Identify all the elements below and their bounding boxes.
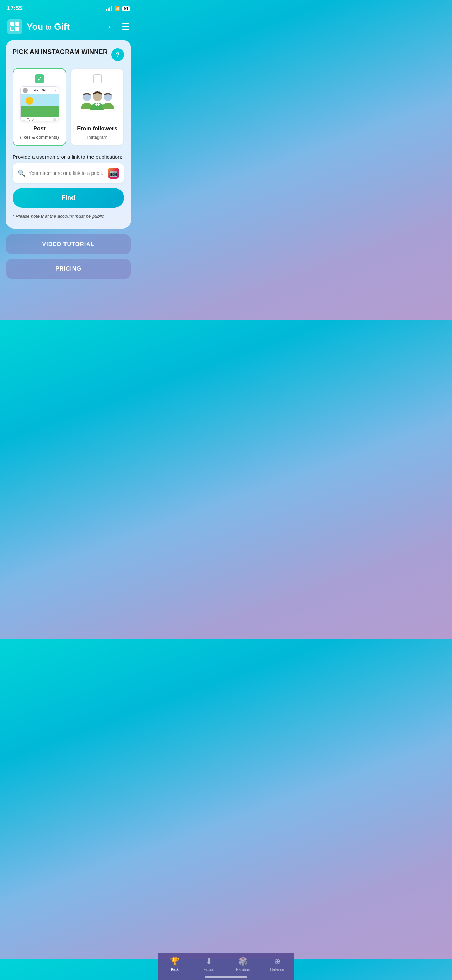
pricing-button[interactable]: PRICING [6, 259, 131, 279]
card-title: PICK AN INSTAGRAM WINNER [13, 48, 108, 56]
mock-bottom: ♡ 💬 ↗ ⬜ [21, 117, 59, 121]
card-header: PICK AN INSTAGRAM WINNER ? [13, 48, 124, 61]
mock-action-icons: ♡ 💬 ↗ [23, 118, 34, 121]
option-cards: ✓ You...Gif ··· ♡ 💬 ↗ [13, 68, 124, 146]
option-followers[interactable]: From followers Instagram [70, 68, 124, 146]
option-followers-label: From followers [77, 126, 118, 132]
checkbox-post: ✓ [35, 74, 44, 83]
post-illustration: You...Gif ··· ♡ 💬 ↗ ⬜ [20, 86, 59, 121]
mock-avatar [23, 88, 28, 93]
mock-bookmark: ⬜ [53, 118, 56, 121]
menu-button[interactable]: ☰ [122, 22, 130, 31]
post-mock: You...Gif ··· ♡ 💬 ↗ ⬜ [20, 86, 59, 121]
username-input[interactable] [29, 170, 104, 176]
svg-point-3 [95, 103, 97, 105]
battery-icon: 54 [122, 6, 130, 11]
option-post-sublabel: (likes & comments) [20, 135, 59, 140]
status-bar: 17:55 📶 54 [0, 0, 137, 16]
note-text: * Please note that the account must be p… [13, 213, 124, 219]
header-left: You to Gift [7, 19, 70, 34]
back-button[interactable]: ← [107, 22, 116, 31]
find-button[interactable]: Find [13, 188, 124, 208]
app-logo [7, 19, 22, 34]
search-icon: 🔍 [18, 169, 25, 177]
video-tutorial-button[interactable]: VIDEO TUTORIAL [6, 234, 131, 255]
signal-icon [106, 6, 112, 11]
status-time: 17:55 [7, 5, 22, 12]
mock-image [21, 94, 59, 117]
people-svg [78, 90, 117, 118]
logo-grid [10, 22, 19, 31]
help-button[interactable]: ? [111, 48, 124, 61]
search-input-wrap[interactable]: 🔍 📷 [13, 163, 124, 183]
option-post-label: Post [33, 126, 46, 132]
checkbox-followers [93, 74, 102, 83]
input-label: Provide a username or a link to the publ… [13, 154, 124, 160]
main-card: PICK AN INSTAGRAM WINNER ? ✓ You...Gif ·… [6, 40, 131, 229]
wifi-icon: 📶 [114, 6, 120, 11]
bottom-section: VIDEO TUTORIAL PRICING [0, 234, 137, 279]
option-post[interactable]: ✓ You...Gif ··· ♡ 💬 ↗ [13, 68, 66, 146]
status-icons: 📶 54 [106, 6, 130, 11]
svg-point-4 [97, 103, 100, 105]
header: You to Gift ← ☰ [0, 16, 137, 40]
app-title: You to Gift [27, 21, 70, 32]
instagram-icon: 📷 [108, 167, 119, 179]
header-right: ← ☰ [107, 22, 130, 31]
mock-sun [25, 97, 33, 105]
input-section: Provide a username or a link to the publ… [13, 154, 124, 219]
option-followers-sublabel: Instagram [87, 135, 108, 140]
followers-illustration [78, 86, 117, 121]
mock-dots: ··· [52, 89, 56, 92]
